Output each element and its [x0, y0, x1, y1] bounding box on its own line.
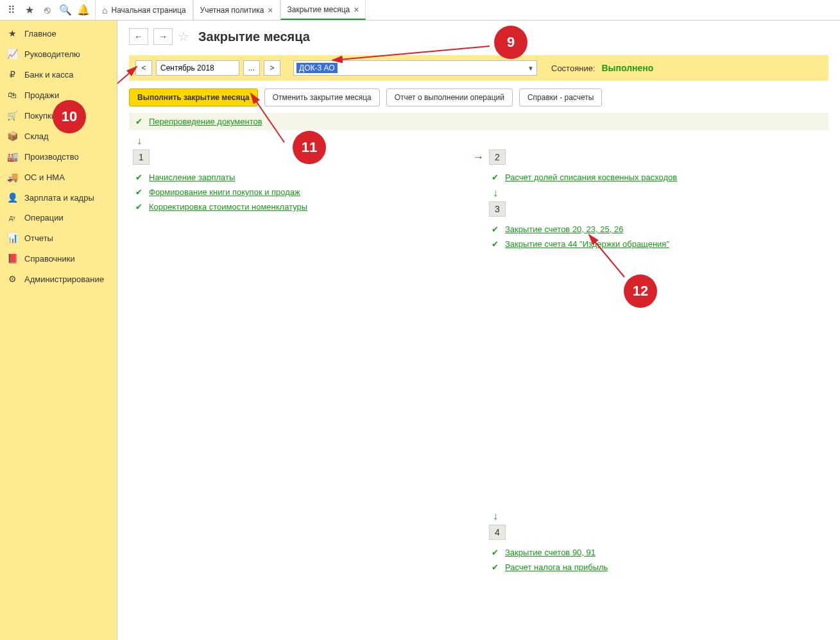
tab-home[interactable]: ⌂ Начальная страница: [95, 0, 193, 20]
sidebar-item-main[interactable]: ★Главное: [0, 23, 117, 44]
barchart-icon: 📊: [6, 233, 18, 243]
sidebar-item-label: Банк и касса: [24, 70, 74, 80]
sidebar-item-admin[interactable]: ⚙Администрирование: [0, 269, 117, 289]
box-icon: 📦: [6, 131, 18, 141]
apps-icon[interactable]: ⠿: [3, 1, 21, 19]
period-next-button[interactable]: >: [264, 60, 280, 76]
status-label: Состояние:: [551, 63, 595, 73]
execute-close-button[interactable]: Выполнить закрытие месяца: [129, 88, 258, 106]
toolbar-icons: ⠿ ★ ⎋ 🔍 🔔: [0, 0, 95, 20]
period-input[interactable]: [156, 60, 239, 76]
factory-icon: 🏭: [6, 151, 18, 162]
tab-label: Учетная политика: [200, 6, 264, 15]
sidebar-item-production[interactable]: 🏭Производство: [0, 146, 117, 167]
content: ← → ☆ Закрытие месяца < ... > ДОК-3 АО ▼…: [117, 21, 840, 640]
book-icon: 📕: [6, 253, 18, 264]
ruble-icon: ₽: [6, 69, 18, 80]
operation-row: ✔ Закрытие счетов 90, 91: [485, 545, 828, 560]
page-title: Закрытие месяца: [198, 29, 310, 44]
star-icon[interactable]: ★: [21, 1, 39, 19]
op-indirect-costs[interactable]: Расчет долей списания косвенных расходов: [505, 173, 677, 182]
cancel-close-button[interactable]: Отменить закрытие месяца: [264, 88, 380, 106]
favorite-icon[interactable]: ☆: [178, 29, 189, 44]
section-number: 3: [489, 201, 506, 217]
operation-row: ✔ Формирование книги покупок и продаж: [129, 185, 472, 199]
section-number: 4: [489, 525, 506, 540]
reprocessing-row: ✔ Перепроведение документов: [129, 113, 828, 130]
check-icon: ✔: [135, 187, 142, 197]
callout-12: 12: [624, 274, 657, 308]
operation-row: ✔ Закрытие счетов 20, 23, 25, 26: [485, 222, 828, 237]
chevron-down-icon[interactable]: ▼: [527, 65, 534, 72]
op-close-accounts-90-91[interactable]: Закрытие счетов 90, 91: [505, 548, 596, 557]
sidebar-item-assets[interactable]: 🚚ОС и НМА: [0, 167, 117, 187]
tabs: ⌂ Начальная страница Учетная политика × …: [95, 0, 366, 20]
op-income-tax[interactable]: Расчет налога на прибыль: [505, 562, 608, 572]
arrow-down-icon: ↓: [137, 135, 828, 147]
check-icon: ✔: [492, 224, 499, 234]
close-icon[interactable]: ×: [354, 4, 359, 15]
callout-10: 10: [53, 100, 86, 133]
header-row: ← → ☆ Закрытие месяца: [129, 28, 828, 45]
sidebar-item-reports[interactable]: 📊Отчеты: [0, 228, 117, 248]
sections-columns: 1 ✔ Начисление зарплаты ✔ Формирование к…: [129, 149, 828, 611]
sidebar-item-label: Производство: [24, 152, 79, 162]
top-toolbar: ⠿ ★ ⎋ 🔍 🔔 ⌂ Начальная страница Учетная п…: [0, 0, 840, 21]
op-payroll[interactable]: Начисление зарплаты: [149, 173, 235, 182]
bell-icon[interactable]: 🔔: [74, 1, 92, 19]
tab-accounting-policy[interactable]: Учетная политика ×: [193, 0, 280, 20]
check-icon: ✔: [135, 117, 142, 126]
op-close-accounts-20-26[interactable]: Закрытие счетов 20, 23, 25, 26: [505, 224, 623, 234]
sidebar-item-label: Продажи: [24, 90, 59, 100]
op-close-account-44[interactable]: Закрытие счета 44 "Издержки обращения": [505, 239, 669, 249]
tab-label: Закрытие месяца: [287, 5, 350, 14]
period-prev-button[interactable]: <: [135, 60, 152, 76]
sidebar-item-sales[interactable]: 🛍Продажи: [0, 85, 117, 105]
references-button[interactable]: Справки - расчеты: [519, 88, 602, 106]
sidebar-item-label: Зарплата и кадры: [24, 193, 94, 203]
tab-month-close[interactable]: Закрытие месяца ×: [280, 0, 366, 20]
callout-9: 9: [494, 26, 527, 59]
forward-button[interactable]: →: [153, 28, 173, 45]
sidebar-item-bank[interactable]: ₽Банк и касса: [0, 64, 117, 85]
home-icon: ⌂: [102, 5, 107, 15]
op-cost-correction[interactable]: Корректировка стоимости номенклатуры: [149, 202, 307, 212]
callout-11: 11: [293, 131, 326, 164]
truck-icon: 🚚: [6, 172, 18, 182]
gear-icon: ⚙: [6, 274, 18, 284]
sidebar-item-label: ОС и НМА: [24, 173, 65, 182]
actions-row: Выполнить закрытие месяца Отменить закры…: [129, 88, 828, 106]
search-icon[interactable]: 🔍: [56, 1, 74, 19]
check-icon: ✔: [135, 173, 142, 182]
cart-icon: 🛒: [6, 110, 18, 121]
organization-field[interactable]: ДОК-3 АО ▼: [293, 60, 537, 76]
reprocessing-link[interactable]: Перепроведение документов: [149, 117, 262, 126]
period-row: < ... > ДОК-3 АО ▼ Состояние: Выполнено: [129, 55, 828, 81]
period-more-button[interactable]: ...: [243, 60, 260, 76]
sidebar-item-label: Склад: [24, 131, 49, 141]
sidebar-item-operations[interactable]: ДтОперации: [0, 208, 117, 228]
section-number: 1: [133, 149, 150, 165]
sidebar-item-manager[interactable]: 📈Руководителю: [0, 44, 117, 64]
check-icon: ✔: [492, 239, 499, 249]
sidebar-item-directories[interactable]: 📕Справочники: [0, 248, 117, 269]
organization-value: ДОК-3 АО: [296, 63, 338, 73]
sidebar-item-label: Покупки: [24, 111, 56, 121]
close-icon[interactable]: ×: [268, 5, 273, 15]
history-icon[interactable]: ⎋: [39, 1, 56, 19]
sidebar-item-label: Отчеты: [24, 233, 53, 243]
op-purchase-book[interactable]: Формирование книги покупок и продаж: [149, 187, 300, 197]
check-icon: ✔: [492, 562, 499, 572]
back-button[interactable]: ←: [129, 28, 148, 45]
arrow-right-icon: →: [472, 151, 484, 164]
sidebar-item-payroll[interactable]: 👤Зарплата и кадры: [0, 187, 117, 208]
operations-report-button[interactable]: Отчет о выполнении операций: [386, 88, 513, 106]
star-icon: ★: [6, 28, 18, 38]
operation-row: ✔ Расчет долей списания косвенных расход…: [485, 170, 828, 185]
operation-row: ✔ Корректировка стоимости номенклатуры: [129, 199, 472, 214]
operation-row: ✔ Расчет налога на прибыль: [485, 560, 828, 575]
chart-icon: 📈: [6, 49, 18, 59]
arrow-down-icon: ↓: [493, 510, 828, 522]
dtk-icon: Дт: [6, 215, 18, 221]
check-icon: ✔: [492, 548, 499, 557]
